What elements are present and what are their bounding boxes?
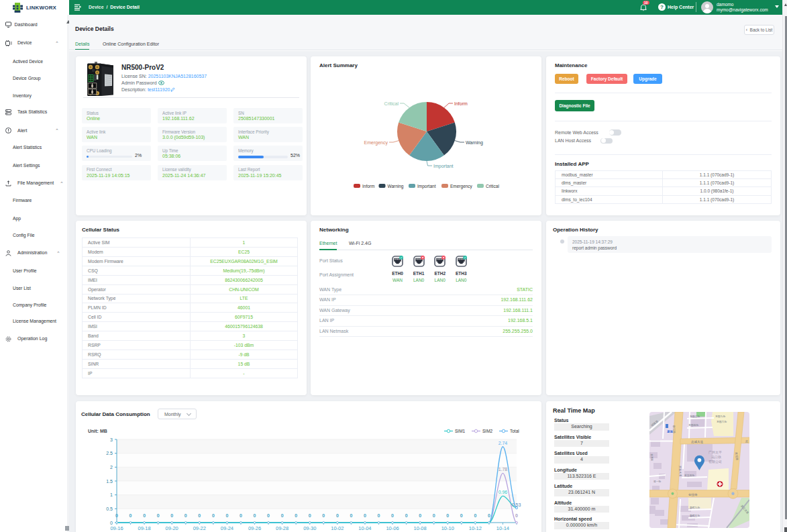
svg-text:10-12: 10-12: [469, 525, 482, 531]
svg-text:0: 0: [446, 513, 449, 518]
svg-text:0: 0: [143, 513, 146, 518]
svg-text:10-02: 10-02: [331, 525, 344, 531]
svg-text:Important: Important: [433, 164, 454, 169]
svg-text:0: 0: [336, 513, 339, 518]
svg-text:Important: Important: [417, 184, 436, 189]
svg-text:0: 0: [267, 513, 270, 518]
svg-text:0: 0: [322, 513, 325, 518]
svg-text:0: 0: [212, 513, 215, 518]
svg-text:2: 2: [110, 465, 113, 470]
svg-text:Unit: MB: Unit: MB: [88, 429, 107, 433]
svg-text:马口铁: 马口铁: [711, 455, 721, 460]
svg-text:0: 0: [309, 513, 311, 518]
svg-text:09-18: 09-18: [138, 525, 151, 531]
svg-text:Critical: Critical: [384, 101, 399, 106]
svg-text:0: 0: [350, 513, 352, 518]
svg-text:普晖五街: 普晖五街: [690, 514, 700, 517]
svg-text:0: 0: [129, 513, 132, 518]
svg-text:广州太平: 广州太平: [709, 450, 722, 454]
svg-text:09-30: 09-30: [303, 525, 316, 531]
svg-text:Total: Total: [510, 429, 519, 433]
svg-text:10-06: 10-06: [386, 525, 399, 531]
svg-text:0: 0: [433, 513, 435, 518]
svg-text:09-28: 09-28: [276, 525, 288, 531]
svg-text:0: 0: [460, 513, 463, 518]
svg-text:Emergency: Emergency: [450, 184, 473, 189]
svg-text:0: 0: [405, 513, 408, 518]
svg-text:0: 0: [225, 513, 228, 518]
svg-text:Inform: Inform: [362, 184, 374, 189]
svg-text:Emergency: Emergency: [364, 140, 388, 146]
svg-text:09-22: 09-22: [193, 525, 206, 531]
svg-text:10-08: 10-08: [414, 525, 427, 531]
svg-text:港一街: 港一街: [653, 480, 662, 483]
svg-text:Warning: Warning: [466, 140, 483, 146]
svg-text:开发大道: 开发大道: [678, 466, 682, 477]
svg-text:0: 0: [281, 513, 284, 518]
svg-text:蓝玉四街: 蓝玉四街: [684, 474, 694, 477]
svg-text:1: 1: [110, 492, 113, 497]
svg-text:Warning: Warning: [388, 184, 404, 189]
svg-text:0.5: 0.5: [106, 507, 113, 511]
svg-text:2.74: 2.74: [499, 441, 508, 445]
svg-text:0: 0: [157, 513, 160, 518]
svg-text:东园四街: 东园四街: [688, 423, 698, 427]
svg-text:有限公司: 有限公司: [709, 460, 722, 464]
svg-text:09-20: 09-20: [166, 525, 178, 531]
svg-text:0: 0: [170, 513, 173, 518]
svg-text:09-16: 09-16: [110, 525, 123, 531]
svg-text:东园九街: 东园九街: [715, 415, 725, 418]
svg-text:创业路: 创业路: [688, 493, 698, 496]
svg-text:普晖九街: 普晖九街: [690, 506, 700, 509]
svg-text:0.53: 0.53: [512, 502, 521, 507]
svg-text:0: 0: [240, 513, 242, 518]
svg-text:1.5: 1.5: [106, 479, 113, 484]
svg-text:1.78: 1.78: [499, 467, 508, 472]
svg-text:0: 0: [515, 513, 518, 518]
svg-text:0: 0: [110, 521, 113, 525]
svg-text:0: 0: [474, 513, 476, 518]
svg-text:2.5: 2.5: [106, 451, 113, 456]
svg-text:志诚大道: 志诚大道: [691, 440, 704, 443]
svg-text:10-14: 10-14: [496, 525, 509, 531]
svg-text:0: 0: [364, 513, 366, 518]
svg-text:3: 3: [110, 437, 113, 442]
svg-text:0: 0: [254, 513, 256, 518]
svg-text:Inform: Inform: [454, 101, 468, 106]
svg-text:0: 0: [378, 513, 380, 518]
svg-text:10-10: 10-10: [441, 525, 454, 531]
svg-text:SIM1: SIM1: [455, 429, 466, 433]
svg-text:0: 0: [115, 513, 118, 518]
svg-text:SIM2: SIM2: [482, 429, 493, 433]
svg-text:0: 0: [295, 513, 297, 518]
svg-text:东园六街: 东园六街: [717, 420, 727, 423]
svg-text:Critical: Critical: [486, 184, 499, 189]
svg-text:0.96: 0.96: [499, 490, 508, 494]
svg-text:东园三街: 东园三街: [690, 415, 700, 418]
svg-text:志: 志: [745, 439, 748, 443]
svg-text:0: 0: [198, 513, 201, 518]
svg-text:10-04: 10-04: [358, 525, 371, 531]
svg-text:0: 0: [419, 513, 421, 518]
svg-text:港湾路: 港湾路: [650, 454, 654, 462]
svg-text:0: 0: [185, 513, 187, 518]
svg-text:0: 0: [488, 513, 490, 518]
svg-text:夏港: 夏港: [667, 429, 674, 433]
svg-text:09-26: 09-26: [248, 525, 261, 531]
svg-text:09-24: 09-24: [221, 525, 233, 531]
svg-text:0: 0: [391, 513, 394, 518]
